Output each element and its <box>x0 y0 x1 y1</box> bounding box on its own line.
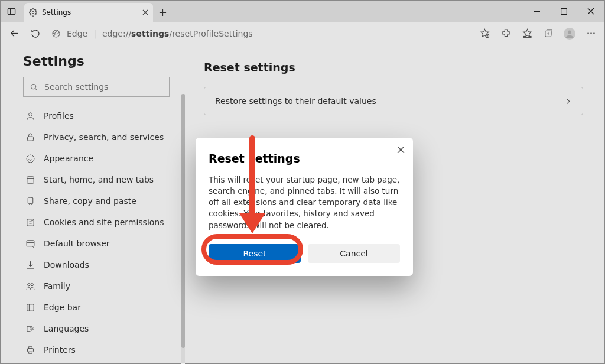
sidebar-item-icon <box>25 175 35 185</box>
sidebar-item-label: Cookies and site permissions <box>44 217 164 227</box>
close-icon <box>397 146 405 154</box>
sidebar-item[interactable]: Cookies and site permissions <box>23 212 170 233</box>
profile-button[interactable] <box>560 24 580 44</box>
maximize-button[interactable] <box>550 1 577 22</box>
minimize-button[interactable] <box>523 1 550 22</box>
svg-rect-36 <box>29 352 32 353</box>
svg-rect-24 <box>28 197 33 204</box>
extensions-button[interactable] <box>496 24 516 44</box>
new-tab-button[interactable] <box>153 3 172 22</box>
sidebar-item-icon <box>25 303 35 313</box>
more-menu-button[interactable] <box>581 24 601 44</box>
edge-site-icon <box>51 29 61 38</box>
cancel-button[interactable]: Cancel <box>308 244 400 263</box>
sidebar-scrollbar[interactable] <box>181 94 185 364</box>
address-prefix: Edge <box>67 29 87 38</box>
svg-point-14 <box>587 32 588 34</box>
sidebar-item[interactable]: Family <box>23 275 170 297</box>
sidebar-item-icon <box>25 345 35 355</box>
close-tab-icon[interactable] <box>142 9 148 15</box>
svg-point-19 <box>29 112 32 116</box>
sidebar-item-label: Appearance <box>44 154 93 163</box>
sidebar-item[interactable]: Appearance <box>23 148 170 169</box>
search-settings-input[interactable]: Search settings <box>23 77 170 97</box>
sidebar-item[interactable]: Edge bar <box>23 297 170 318</box>
sidebar-item-icon <box>25 239 35 249</box>
reset-settings-dialog: Reset settings This will reset your star… <box>196 138 413 276</box>
sidebar-item[interactable]: Printers <box>23 339 170 360</box>
sidebar-item[interactable]: Start, home, and new tabs <box>23 169 170 190</box>
svg-line-18 <box>35 88 37 90</box>
chevron-right-icon <box>564 98 572 105</box>
sidebar-item[interactable]: Profiles <box>23 105 170 126</box>
svg-text:字: 字 <box>30 326 34 331</box>
close-window-button[interactable] <box>577 1 604 22</box>
svg-rect-0 <box>8 8 15 14</box>
section-heading: Reset settings <box>204 61 583 74</box>
svg-point-2 <box>32 11 34 14</box>
window-controls <box>523 1 604 22</box>
sidebar-item-icon: 字 <box>25 324 35 334</box>
sidebar-item-label: Profiles <box>44 111 74 121</box>
settings-sidebar: Settings Search settings ProfilesPrivacy… <box>1 46 183 363</box>
dialog-body: This will reset your startup page, new t… <box>209 174 400 231</box>
restore-defaults-row[interactable]: Restore settings to their default values <box>204 87 583 115</box>
sidebar-item[interactable]: Privacy, search, and services <box>23 126 170 148</box>
sidebar-item[interactable]: 字Languages <box>23 318 170 339</box>
favorites-button[interactable] <box>517 24 537 44</box>
collections-button[interactable] <box>538 24 558 44</box>
sidebar-item[interactable]: Share, copy and paste <box>23 190 170 212</box>
refresh-button[interactable] <box>25 24 45 44</box>
card-label: Restore settings to their default values <box>215 96 376 106</box>
search-placeholder: Search settings <box>44 82 108 92</box>
sidebar-item-icon <box>25 196 35 206</box>
svg-rect-25 <box>27 219 34 225</box>
address-separator: | <box>93 29 96 38</box>
sidebar-item[interactable]: System and performance <box>23 360 170 363</box>
svg-rect-4 <box>561 8 567 14</box>
svg-point-17 <box>31 84 36 89</box>
sidebar-item-label: Default browser <box>44 239 110 248</box>
sidebar-item-icon <box>25 154 35 164</box>
dialog-title: Reset settings <box>209 152 400 165</box>
dialog-close-button[interactable] <box>397 146 405 154</box>
page-title: Settings <box>23 54 170 69</box>
sidebar-item-label: Privacy, search, and services <box>44 132 164 142</box>
svg-point-16 <box>593 32 594 34</box>
toolbar: Edge | edge://settings/resetProfileSetti… <box>1 22 604 46</box>
sidebar-item-label: Languages <box>44 324 89 333</box>
sidebar-item-label: Share, copy and paste <box>44 196 136 206</box>
svg-rect-31 <box>27 304 34 310</box>
address-bar[interactable]: Edge | edge://settings/resetProfileSetti… <box>47 25 473 43</box>
add-favorite-button[interactable] <box>474 24 495 44</box>
gear-icon <box>29 8 37 17</box>
titlebar: Settings <box>1 1 604 22</box>
sidebar-item-icon <box>25 281 35 291</box>
svg-point-30 <box>31 283 33 285</box>
search-icon <box>30 83 38 92</box>
sidebar-item-label: Printers <box>44 345 76 355</box>
tab-title: Settings <box>42 8 138 17</box>
sidebar-item[interactable]: Default browser <box>23 233 170 254</box>
sidebar-item-label: Family <box>44 281 70 291</box>
sidebar-item-icon <box>25 111 35 121</box>
svg-rect-20 <box>28 136 34 141</box>
svg-point-21 <box>27 155 34 162</box>
sidebar-item-label: Edge bar <box>44 303 81 312</box>
svg-point-13 <box>568 30 571 34</box>
browser-tab[interactable]: Settings <box>24 3 153 22</box>
sidebar-item-icon <box>25 217 35 228</box>
reset-button[interactable]: Reset <box>209 244 301 263</box>
sidebar-item-label: Downloads <box>44 260 89 269</box>
sidebar-item[interactable]: Downloads <box>23 254 170 275</box>
sidebar-item-label: Start, home, and new tabs <box>44 175 154 184</box>
svg-rect-22 <box>27 176 34 183</box>
svg-point-15 <box>590 32 591 34</box>
back-button[interactable] <box>4 24 24 44</box>
svg-point-29 <box>28 283 30 285</box>
sidebar-item-icon <box>25 260 35 270</box>
svg-rect-26 <box>27 240 34 246</box>
tab-actions-button[interactable] <box>1 1 22 22</box>
sidebar-item-icon <box>25 132 35 142</box>
